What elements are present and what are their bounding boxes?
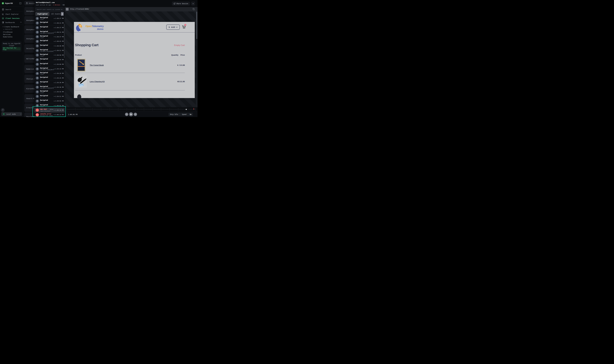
- event-row-navigation[interactable]: Navigated/▶1:38:21 PM: [34, 21, 65, 25]
- event-timestamp[interactable]: ▶1:39:25 PM: [54, 77, 64, 79]
- event-timestamp[interactable]: ▶1:39:30 PM: [54, 82, 64, 83]
- player-topbar: Share Session ×: [65, 0, 198, 7]
- event-row-navigation[interactable]: Navigated/cart▶1:40:02 PM: [34, 103, 65, 108]
- event-timestamp[interactable]: ▶1:40:14 PM: [54, 109, 64, 111]
- session-list-item[interactable]: Anonymous: [24, 16, 34, 25]
- tab-sessions[interactable]: Sessions: [25, 1, 34, 5]
- product-link[interactable]: The Comet Book: [90, 64, 104, 66]
- tab-highlighted[interactable]: Highlighted: [35, 12, 49, 16]
- sidebar-item-chart-explorer[interactable]: Chart Explorer: [0, 12, 23, 16]
- event-row-navigation[interactable]: Navigated/▶1:38:27 PM: [34, 25, 65, 30]
- rewind-button[interactable]: [125, 113, 128, 116]
- event-row-navigation[interactable]: Navigated/cart▶1:39:20 PM: [34, 71, 65, 76]
- event-timestamp[interactable]: ▶1:39:04 PM: [54, 59, 64, 61]
- event-row-navigation[interactable]: Navigated/▶1:39:04 PM: [34, 57, 65, 62]
- session-list-item[interactable]: Kieran92@h: [24, 84, 34, 93]
- playhead-marker[interactable]: [186, 109, 187, 110]
- session-list-item[interactable]: Shaniya.Sc: [24, 75, 34, 83]
- event-timestamp[interactable]: ▶1:39:45 PM: [54, 91, 64, 93]
- session-list-item[interactable]: Deion37@gm: [24, 44, 34, 52]
- event-timestamp[interactable]: ▶1:40:14 PM: [54, 114, 64, 116]
- player-scrollbar[interactable]: [196, 11, 198, 107]
- event-timestamp[interactable]: ▶1:38:17 PM: [54, 18, 64, 19]
- errors-badge: 1 Errors: [54, 4, 60, 6]
- event-row-navigation[interactable]: Navigated/▶1:39:09 PM: [34, 62, 65, 66]
- map-pin-icon: [36, 91, 38, 93]
- session-list-item[interactable]: Ernesto33@: [24, 104, 34, 112]
- event-timestamp[interactable]: ▶1:38:31 PM: [54, 31, 64, 33]
- event-title: 500 POST · 162ms: [40, 108, 54, 110]
- get-started-button[interactable]: Get Started for Free: [3, 47, 21, 50]
- preset-item-kubernetes[interactable]: Kubernetes: [3, 36, 22, 38]
- copy-icon[interactable]: [193, 8, 195, 10]
- sidebar-item-dashboards[interactable]: Dashboards: [0, 21, 23, 24]
- event-row-navigation[interactable]: Navigated/▶1:38:43 PM: [34, 39, 65, 44]
- brand[interactable]: HyperDX: [2, 2, 13, 4]
- forward-button[interactable]: [134, 113, 137, 116]
- sidebar-item-search[interactable]: Search: [0, 8, 23, 11]
- event-timestamp[interactable]: ▶1:38:27 PM: [54, 27, 64, 28]
- event-row-navigation[interactable]: Navigated/▶1:39:25 PM: [34, 76, 65, 80]
- product-link[interactable]: Lens Cleaning Kit: [90, 80, 105, 83]
- event-timestamp[interactable]: ▶1:39:09 PM: [54, 64, 64, 65]
- event-row-navigation[interactable]: Navigated/▶1:39:30 PM: [34, 80, 65, 85]
- sidebar-item-client-sessions[interactable]: Client Sessions: [0, 16, 23, 20]
- event-row-navigation[interactable]: Navigated/cart▶1:38:17 PM: [34, 16, 65, 21]
- event-timestamp[interactable]: ▶1:40:02 PM: [54, 105, 64, 106]
- preset-item-services[interactable]: Services: [3, 33, 22, 35]
- close-button[interactable]: ×: [191, 2, 195, 5]
- presets-heading[interactable]: PRESETS: [3, 28, 12, 30]
- event-row-console-error[interactable]: console.errorUnexpected token 'I'…▶1:40:…: [34, 112, 65, 117]
- event-timestamp[interactable]: ▶1:38:21 PM: [54, 22, 64, 24]
- speed-button[interactable]: Speed 1x: [180, 113, 193, 116]
- play-icon: [131, 113, 132, 115]
- event-timestamp[interactable]: ▶1:39:51 PM: [54, 96, 64, 97]
- empty-cart-button[interactable]: Empty Cart: [174, 44, 185, 47]
- event-row-navigation[interactable]: Navigated/▶1:39:51 PM: [34, 94, 65, 99]
- play-button[interactable]: [129, 112, 133, 116]
- event-row-navigation[interactable]: Navigated/product/OLJCESPC7Z▶1:38:52 PM: [34, 48, 65, 53]
- session-list-item[interactable]: Howard.Run: [24, 94, 34, 103]
- currency-select[interactable]: $ AUD: [166, 25, 180, 30]
- fullscreen-button[interactable]: [66, 8, 69, 11]
- event-row-navigation[interactable]: Navigated/▶1:39:56 PM: [34, 99, 65, 103]
- event-row-navigation[interactable]: Navigated/product/L9ECAV7KIM▶1:39:36 PM: [34, 85, 65, 90]
- create-dashboard-button[interactable]: + Create Dashboard: [3, 26, 19, 28]
- share-session-button[interactable]: Share Session: [172, 2, 190, 5]
- scrollbar-thumb[interactable]: [196, 12, 197, 39]
- event-timestamp[interactable]: ▶1:38:43 PM: [54, 40, 64, 42]
- event-timestamp[interactable]: ▶1:38:52 PM: [54, 50, 64, 51]
- event-row-navigation[interactable]: Navigated/▶1:38:46 PM: [34, 44, 65, 48]
- event-timestamp[interactable]: ▶1:39:56 PM: [54, 100, 64, 102]
- help-button[interactable]: ?: [1, 108, 5, 112]
- event-text: 500 POST · 162ms/api/checkout: [40, 108, 54, 112]
- event-row-navigation[interactable]: Navigated/cart▶1:39:45 PM: [34, 90, 65, 94]
- event-timestamp[interactable]: ▶1:38:46 PM: [54, 45, 64, 47]
- playback-timeline[interactable]: [65, 107, 198, 112]
- session-list-item[interactable]: Roderick_S: [24, 65, 34, 73]
- session-list-item[interactable]: Anonymous: [24, 35, 34, 43]
- event-timestamp[interactable]: ▶1:39:20 PM: [54, 73, 64, 74]
- collapse-rows-button[interactable]: [61, 12, 64, 16]
- event-text: Navigated/: [40, 26, 54, 29]
- event-timestamp[interactable]: ▶1:39:13 PM: [54, 68, 64, 70]
- event-row-navigation[interactable]: Navigated/cart▶1:38:37 PM: [34, 35, 65, 39]
- events-scrollbar[interactable]: [64, 24, 65, 58]
- session-list-item[interactable]: Anonymous: [24, 25, 34, 34]
- session-list-item[interactable]: Walton9@ho: [24, 54, 34, 63]
- event-row-navigation[interactable]: Navigated/product/L9ECAV7KIM▶1:38:31 PM: [34, 30, 65, 34]
- event-timestamp[interactable]: ▶1:39:36 PM: [54, 87, 64, 88]
- event-text: Navigated/: [40, 44, 54, 48]
- tab-all-events[interactable]: All Events: [49, 12, 63, 16]
- event-row-navigation[interactable]: Navigated/product/6E92ZMYYFZ▶1:39:13 PM: [34, 66, 65, 71]
- collapse-sidebar-icon[interactable]: [19, 2, 22, 4]
- event-timestamp[interactable]: ▶1:38:37 PM: [54, 36, 64, 38]
- session-list-item[interactable]: Anonymous: [24, 7, 34, 15]
- event-row-navigation[interactable]: Navigated/cart▶1:38:58 PM: [34, 53, 65, 57]
- event-row-http-error[interactable]: 500 POST · 162ms/api/checkout▶1:40:14 PM: [34, 108, 65, 112]
- event-timestamp[interactable]: ▶1:38:58 PM: [54, 54, 64, 56]
- local-mode-button[interactable]: U Local mode: [1, 112, 22, 116]
- preset-item-clickhouse[interactable]: Clickhouse: [3, 31, 22, 33]
- session-list-item[interactable]: Pearl43@h: [24, 113, 34, 117]
- search-input[interactable]: [35, 8, 64, 12]
